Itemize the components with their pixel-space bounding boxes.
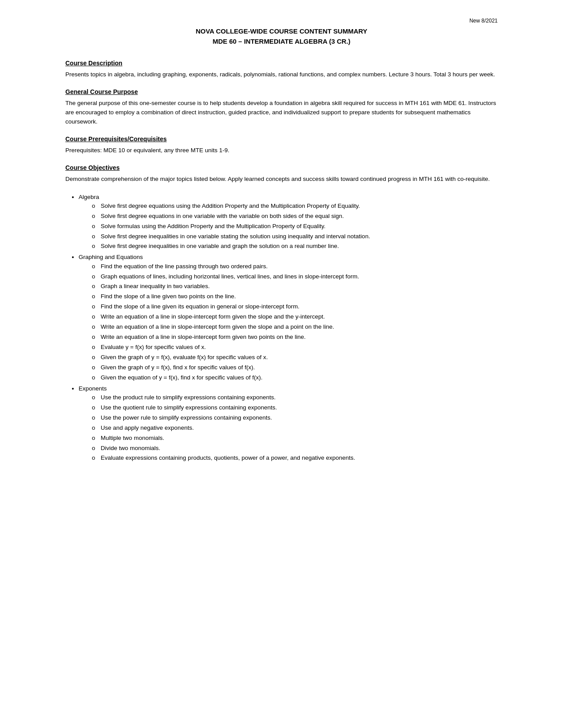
general-course-purpose-body: The general purpose of this one-semester… [65, 99, 498, 127]
prerequisites-heading: Course Prerequisites/Corequisites [65, 135, 498, 143]
course-objectives-intro: Demonstrate comprehension of the major t… [65, 175, 498, 184]
sub-item-0-0: Solve first degree equations using the A… [92, 202, 498, 211]
sub-item-0-1: Solve first degree equations in one vari… [92, 212, 498, 221]
title-line1: NOVA COLLEGE-WIDE COURSE CONTENT SUMMARY [65, 26, 498, 37]
sub-item-1-1: Graph equations of lines, including hori… [92, 272, 498, 281]
sub-item-1-10: Given the graph of y = f(x), find x for … [92, 363, 498, 372]
topic-item-0: AlgebraSolve first degree equations usin… [79, 193, 498, 251]
date-stamp: New 8/2021 [469, 18, 498, 24]
sub-item-1-3: Find the slope of a line given two point… [92, 292, 498, 301]
sub-item-0-3: Solve first degree inequalities in one v… [92, 232, 498, 241]
sub-item-2-1: Use the quotient rule to simplify expres… [92, 403, 498, 413]
topic-item-2: ExponentsUse the product rule to simplif… [79, 384, 498, 463]
general-course-purpose-section: General Course Purpose The general purpo… [65, 88, 498, 127]
sub-item-1-0: Find the equation of the line passing th… [92, 262, 498, 271]
sub-item-2-5: Divide two monomials. [92, 444, 498, 453]
page: New 8/2021 NOVA COLLEGE-WIDE COURSE CONT… [0, 0, 563, 728]
sub-item-2-0: Use the product rule to simplify express… [92, 393, 498, 402]
course-description-body: Presents topics in algebra, including gr… [65, 70, 498, 79]
sub-item-2-3: Use and apply negative exponents. [92, 424, 498, 433]
course-description-heading: Course Description [65, 60, 498, 67]
sub-item-1-4: Find the slope of a line given its equat… [92, 302, 498, 311]
course-objectives-heading: Course Objectives [65, 164, 498, 171]
sub-item-0-4: Solve first degree inequalities in one v… [92, 242, 498, 251]
sub-item-1-9: Given the graph of y = f(x), evaluate f(… [92, 353, 498, 362]
sub-item-2-2: Use the power rule to simplify expressio… [92, 413, 498, 423]
sub-list-1: Find the equation of the line passing th… [92, 262, 498, 383]
sub-item-2-6: Evaluate expressions containing products… [92, 454, 498, 463]
prerequisites-section: Course Prerequisites/Corequisites Prereq… [65, 135, 498, 155]
main-title: NOVA COLLEGE-WIDE COURSE CONTENT SUMMARY… [65, 26, 498, 46]
sub-list-2: Use the product rule to simplify express… [92, 393, 498, 463]
sub-item-0-2: Solve formulas using the Addition Proper… [92, 222, 498, 231]
topic-item-1: Graphing and EquationsFind the equation … [79, 253, 498, 382]
topics-list: AlgebraSolve first degree equations usin… [79, 193, 498, 463]
title-line2: MDE 60 – INTERMEDIATE ALGEBRA (3 CR.) [65, 37, 498, 47]
course-objectives-section: Course Objectives Demonstrate comprehens… [65, 164, 498, 463]
sub-item-1-5: Write an equation of a line in slope-int… [92, 312, 498, 322]
general-course-purpose-heading: General Course Purpose [65, 88, 498, 95]
sub-item-1-8: Evaluate y = f(x) for specific values of… [92, 343, 498, 352]
sub-item-1-7: Write an equation of a line in slope-int… [92, 333, 498, 342]
sub-item-2-4: Multiple two monomials. [92, 434, 498, 443]
sub-item-1-6: Write an equation of a line in slope-int… [92, 323, 498, 332]
prerequisites-body: Prerequisites: MDE 10 or equivalent, any… [65, 146, 498, 155]
sub-list-0: Solve first degree equations using the A… [92, 202, 498, 251]
course-description-section: Course Description Presents topics in al… [65, 60, 498, 79]
sub-item-1-2: Graph a linear inequality in two variabl… [92, 282, 498, 291]
sub-item-1-11: Given the equation of y = f(x), find x f… [92, 373, 498, 383]
